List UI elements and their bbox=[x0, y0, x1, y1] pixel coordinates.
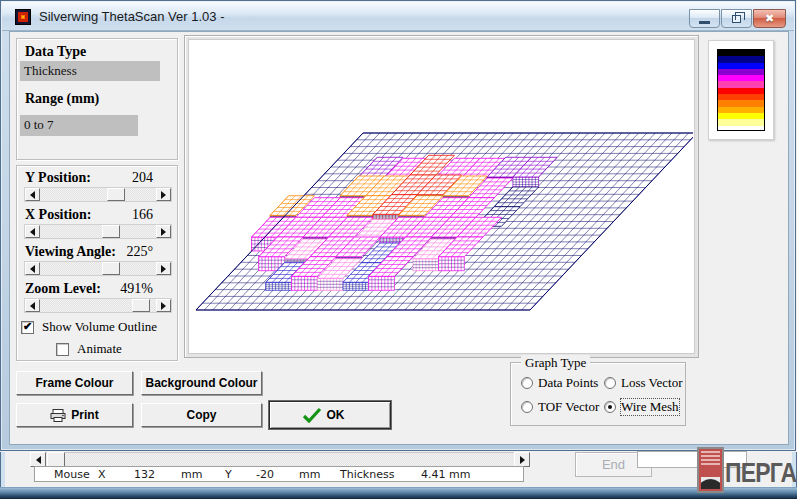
viewing-angle-slider-group: Viewing Angle: 225° bbox=[17, 242, 179, 279]
ok-label: OK bbox=[327, 408, 345, 422]
status-y-unit: mm bbox=[299, 468, 320, 481]
graph-canvas[interactable] bbox=[188, 39, 695, 354]
radio-loss-vector[interactable]: Loss Vector bbox=[604, 375, 683, 391]
background-window-left-border bbox=[0, 452, 5, 488]
thetascan-window: Silverwing ThetaScan Ver 1.03 - ✖ Data T… bbox=[0, 0, 796, 451]
y-position-label: Y Position: bbox=[25, 170, 91, 186]
zoom-level-label: Zoom Level: bbox=[25, 281, 101, 297]
minimize-icon bbox=[699, 21, 710, 24]
restore-icon bbox=[732, 15, 741, 23]
scrollbar-right-arrow-icon[interactable] bbox=[514, 452, 530, 467]
status-x-unit: mm bbox=[181, 468, 202, 481]
radio-icon[interactable] bbox=[521, 401, 533, 413]
radio-loss-vector-label: Loss Vector bbox=[621, 375, 683, 391]
print-button[interactable]: Print bbox=[16, 403, 133, 427]
data-info-box: Data Type Thickness Range (mm) 0 to 7 bbox=[16, 38, 178, 160]
radio-icon[interactable] bbox=[521, 377, 533, 389]
radio-wire-mesh[interactable]: Wire Mesh bbox=[604, 399, 679, 415]
background-colour-label: Background Colour bbox=[145, 376, 257, 390]
background-colour-button[interactable]: Background Colour bbox=[141, 371, 262, 395]
window-title: Silverwing ThetaScan Ver 1.03 - bbox=[39, 9, 224, 24]
copy-label: Copy bbox=[187, 408, 217, 422]
zoom-level-slider-group: Zoom Level: 491% bbox=[17, 279, 179, 316]
minimize-button[interactable] bbox=[689, 9, 720, 28]
zoom-level-value: 491% bbox=[120, 281, 153, 297]
pergam-logo-text: ПЕРГАМ bbox=[725, 457, 797, 489]
scrollbar-track[interactable] bbox=[30, 452, 530, 467]
mouse-status-bar: Mouse X 132 mm Y -20 mm Thickness 4.41 m… bbox=[34, 466, 524, 482]
status-x-label: X bbox=[98, 468, 106, 481]
colour-scale-panel bbox=[708, 40, 774, 140]
y-position-scrollbar[interactable] bbox=[24, 187, 172, 202]
y-position-slider-group: Y Position: 204 bbox=[17, 168, 179, 205]
background-window-bottom-border bbox=[0, 487, 797, 499]
screen: Mouse X 132 mm Y -20 mm Thickness 4.41 m… bbox=[0, 0, 797, 499]
checkbox-icon[interactable] bbox=[56, 343, 69, 356]
show-volume-outline-checkbox[interactable]: Show Volume Outline bbox=[21, 319, 157, 335]
zoom-level-left-arrow-icon[interactable] bbox=[25, 299, 40, 312]
scrollbar-left-arrow-icon[interactable] bbox=[30, 452, 46, 467]
print-label: Print bbox=[71, 408, 98, 422]
check-icon bbox=[302, 407, 322, 423]
x-position-left-arrow-icon[interactable] bbox=[25, 225, 40, 238]
status-y-label: Y bbox=[225, 468, 232, 481]
y-position-value: 204 bbox=[132, 170, 153, 186]
range-label: Range (mm) bbox=[25, 91, 99, 107]
ok-button[interactable]: OK bbox=[269, 401, 391, 429]
pergam-logo-icon bbox=[697, 447, 724, 493]
viewing-angle-value: 225° bbox=[126, 244, 153, 260]
graph-type-group: Graph Type Data Points Loss Vector TOF V… bbox=[510, 362, 686, 426]
frame-colour-label: Frame Colour bbox=[35, 376, 113, 390]
radio-icon[interactable] bbox=[604, 401, 616, 413]
radio-data-points[interactable]: Data Points bbox=[521, 375, 598, 391]
radio-tof-vector[interactable]: TOF Vector bbox=[521, 399, 599, 415]
radio-icon[interactable] bbox=[604, 377, 616, 389]
viewing-angle-scrollbar[interactable] bbox=[24, 261, 172, 276]
checkbox-icon[interactable] bbox=[21, 321, 34, 334]
animate-label: Animate bbox=[77, 341, 122, 357]
close-icon: ✖ bbox=[765, 12, 774, 25]
zoom-level-scrollbar[interactable] bbox=[24, 298, 172, 313]
y-position-thumb[interactable] bbox=[107, 188, 125, 201]
colour-scale bbox=[717, 49, 765, 131]
zoom-level-right-arrow-icon[interactable] bbox=[156, 299, 171, 312]
x-position-label: X Position: bbox=[25, 207, 92, 223]
printer-icon bbox=[50, 409, 66, 422]
close-button[interactable]: ✖ bbox=[753, 9, 786, 28]
status-thickness-value: 4.41 mm bbox=[421, 468, 470, 481]
pergam-logo: ПЕРГАМ bbox=[695, 445, 797, 495]
restore-button[interactable] bbox=[721, 9, 752, 28]
animate-checkbox[interactable]: Animate bbox=[56, 341, 122, 357]
app-icon bbox=[15, 9, 31, 25]
wire-mesh-plot[interactable] bbox=[193, 44, 693, 344]
graph-frame bbox=[184, 35, 699, 358]
viewing-angle-label: Viewing Angle: bbox=[25, 244, 116, 260]
y-position-right-arrow-icon[interactable] bbox=[156, 188, 171, 201]
scrollbar-thumb[interactable] bbox=[47, 452, 65, 467]
graph-type-title: Graph Type bbox=[521, 355, 590, 371]
y-position-left-arrow-icon[interactable] bbox=[25, 188, 40, 201]
radio-data-points-label: Data Points bbox=[538, 375, 598, 391]
range-value: 0 to 7 bbox=[20, 115, 138, 136]
status-mouse-label: Mouse bbox=[54, 468, 90, 481]
radio-tof-vector-label: TOF Vector bbox=[538, 399, 599, 415]
x-position-thumb[interactable] bbox=[102, 225, 120, 238]
frame-colour-button[interactable]: Frame Colour bbox=[16, 371, 133, 395]
status-y-value: -20 bbox=[256, 468, 274, 481]
titlebar[interactable]: Silverwing ThetaScan Ver 1.03 - ✖ bbox=[2, 2, 794, 31]
viewing-angle-thumb[interactable] bbox=[102, 262, 120, 275]
viewing-angle-right-arrow-icon[interactable] bbox=[156, 262, 171, 275]
copy-button[interactable]: Copy bbox=[141, 403, 262, 427]
radio-wire-mesh-label: Wire Mesh bbox=[621, 399, 679, 415]
zoom-level-thumb[interactable] bbox=[132, 299, 150, 312]
horizontal-scrollbar[interactable] bbox=[30, 452, 530, 467]
status-thickness-label: Thickness bbox=[340, 468, 394, 481]
status-x-value: 132 bbox=[134, 468, 155, 481]
viewing-angle-left-arrow-icon[interactable] bbox=[25, 262, 40, 275]
x-position-scrollbar[interactable] bbox=[24, 224, 172, 239]
show-volume-outline-label: Show Volume Outline bbox=[42, 319, 157, 335]
data-type-label: Data Type bbox=[25, 44, 86, 60]
x-position-right-arrow-icon[interactable] bbox=[156, 225, 171, 238]
x-position-value: 166 bbox=[132, 207, 153, 223]
view-controls-box: Y Position: 204 X Position: 166 bbox=[16, 165, 178, 361]
